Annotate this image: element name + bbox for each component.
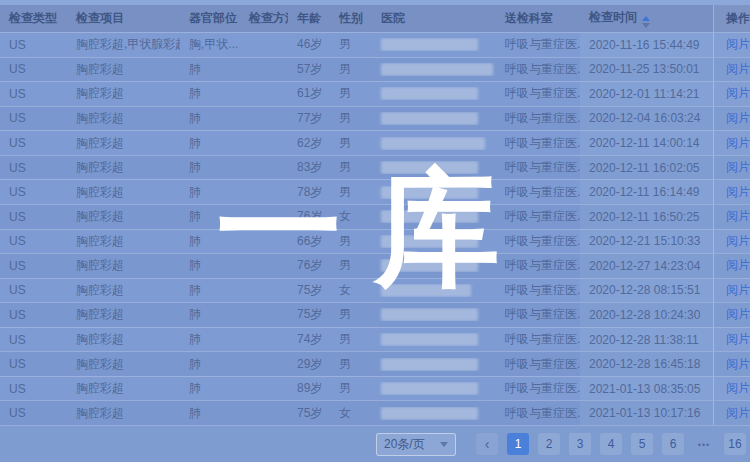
type-cell: US: [0, 161, 67, 175]
dept-cell: 呼吸与重症医...: [496, 184, 580, 201]
column-header-type: 检查类型: [0, 10, 67, 27]
hospital-redacted-blur: [381, 382, 478, 395]
hospital-redacted-blur: [381, 63, 493, 76]
action-cell: 阅片: [713, 33, 750, 57]
table-row: US胸腔彩超肺29岁男呼吸与重症医...2020-12-28 16:45:18阅…: [0, 351, 750, 376]
column-header-item: 检查项目: [67, 10, 180, 27]
gender-cell: 男: [330, 110, 372, 127]
organ-cell: 肺: [180, 184, 240, 201]
hospital-cell: [372, 259, 496, 272]
hospital-redacted-blur: [381, 161, 478, 174]
type-cell: US: [0, 185, 67, 199]
page-button-3[interactable]: 3: [569, 433, 591, 455]
dept-cell: 呼吸与重症医...: [496, 356, 580, 373]
time-cell: 2020-12-21 15:10:33: [580, 230, 713, 254]
age-cell: 74岁: [288, 331, 330, 348]
organ-cell: 肺: [180, 61, 240, 78]
dept-cell: 呼吸与重症医...: [496, 331, 580, 348]
view-image-link[interactable]: 阅片: [726, 331, 750, 348]
table-row: US胸腔彩超肺75岁男呼吸与重症医...2020-12-28 10:24:30阅…: [0, 302, 750, 327]
view-image-link[interactable]: 阅片: [726, 159, 750, 176]
organ-cell: 肺: [180, 110, 240, 127]
organ-cell: 肺: [180, 331, 240, 348]
view-image-link[interactable]: 阅片: [726, 208, 750, 225]
pagination-ellipsis: •••: [693, 434, 715, 456]
page-size-value: 20条/页: [384, 436, 425, 453]
table-row: US胸腔彩超肺75岁女呼吸与重症医...2020-12-28 08:15:51阅…: [0, 278, 750, 303]
time-cell: 2020-12-28 11:38:11: [580, 328, 713, 352]
action-cell: 阅片: [713, 254, 750, 278]
type-cell: US: [0, 210, 67, 224]
view-image-link[interactable]: 阅片: [726, 257, 750, 274]
action-cell: 阅片: [713, 279, 750, 303]
type-cell: US: [0, 259, 67, 273]
organ-cell: 肺: [180, 159, 240, 176]
view-image-link[interactable]: 阅片: [726, 405, 750, 422]
hospital-cell: [372, 382, 496, 395]
type-cell: US: [0, 333, 67, 347]
sort-caret-icon[interactable]: [642, 16, 650, 28]
view-image-link[interactable]: 阅片: [726, 36, 750, 53]
view-image-link[interactable]: 阅片: [726, 61, 750, 78]
table-body: US胸腔彩超,甲状腺彩超胸,甲状...46岁男呼吸与重症医...2020-11-…: [0, 32, 750, 425]
table-row: US胸腔彩超肺77岁男呼吸与重症医...2020-12-04 16:03:24阅…: [0, 106, 750, 131]
hospital-redacted-blur: [381, 358, 478, 371]
gender-cell: 男: [330, 135, 372, 152]
view-image-link[interactable]: 阅片: [726, 135, 750, 152]
column-header-time[interactable]: 检查时间: [580, 9, 713, 28]
type-cell: US: [0, 62, 67, 76]
exam-table: 检查类型检查项目器官部位检查方法年龄性别医院送检科室检查时间操作 US胸腔彩超,…: [0, 5, 750, 425]
page-button-4[interactable]: 4: [600, 433, 622, 455]
view-image-link[interactable]: 阅片: [726, 85, 750, 102]
time-cell: 2020-12-27 14:23:04: [580, 254, 713, 278]
view-image-link[interactable]: 阅片: [726, 184, 750, 201]
table-row: US胸腔彩超肺83岁男呼吸与重症医...2020-12-11 16:02:05阅…: [0, 155, 750, 180]
hospital-cell: [372, 38, 496, 51]
age-cell: 57岁: [288, 61, 330, 78]
age-cell: 77岁: [288, 110, 330, 127]
column-header-label: 检查项目: [76, 11, 124, 25]
hospital-cell: [372, 161, 496, 174]
time-cell: 2020-12-11 14:00:14: [580, 131, 713, 155]
item-cell: 胸腔彩超,甲状腺彩超: [67, 36, 180, 53]
gender-cell: 男: [330, 356, 372, 373]
hospital-redacted-blur: [381, 333, 478, 346]
prev-page-button[interactable]: ‹: [476, 433, 498, 455]
table-row: US胸腔彩超肺74岁男呼吸与重症医...2020-12-28 11:38:11阅…: [0, 327, 750, 352]
page-button-2[interactable]: 2: [538, 433, 560, 455]
column-header-label: 检查时间: [589, 10, 637, 24]
gender-cell: 男: [330, 36, 372, 53]
age-cell: 66岁: [288, 233, 330, 250]
column-header-action: 操作: [713, 5, 750, 32]
column-header-hospital: 医院: [372, 10, 496, 27]
view-image-link[interactable]: 阅片: [726, 356, 750, 373]
action-cell: 阅片: [713, 180, 750, 204]
time-cell: 2020-12-01 11:14:21: [580, 82, 713, 106]
organ-cell: 肺: [180, 85, 240, 102]
page-button-5[interactable]: 5: [631, 433, 653, 455]
type-cell: US: [0, 308, 67, 322]
gender-cell: 男: [330, 184, 372, 201]
page-button-1[interactable]: 1: [507, 433, 529, 455]
view-image-link[interactable]: 阅片: [726, 306, 750, 323]
item-cell: 胸腔彩超: [67, 184, 180, 201]
column-header-label: 年龄: [297, 11, 321, 25]
gender-cell: 男: [330, 233, 372, 250]
view-image-link[interactable]: 阅片: [726, 110, 750, 127]
dept-cell: 呼吸与重症医...: [496, 135, 580, 152]
action-cell: 阅片: [713, 401, 750, 425]
column-header-label: 医院: [381, 11, 405, 25]
organ-cell: 肺: [180, 135, 240, 152]
view-image-link[interactable]: 阅片: [726, 380, 750, 397]
hospital-cell: [372, 210, 496, 223]
organ-cell: 肺: [180, 208, 240, 225]
page-button-16[interactable]: 16: [724, 433, 746, 455]
page-button-6[interactable]: 6: [662, 433, 684, 455]
dept-cell: 呼吸与重症医...: [496, 36, 580, 53]
time-cell: 2020-12-04 16:03:24: [580, 107, 713, 131]
view-image-link[interactable]: 阅片: [726, 233, 750, 250]
view-image-link[interactable]: 阅片: [726, 282, 750, 299]
hospital-redacted-blur: [381, 407, 478, 420]
hospital-cell: [372, 284, 496, 297]
page-size-select[interactable]: 20条/页: [376, 433, 456, 456]
